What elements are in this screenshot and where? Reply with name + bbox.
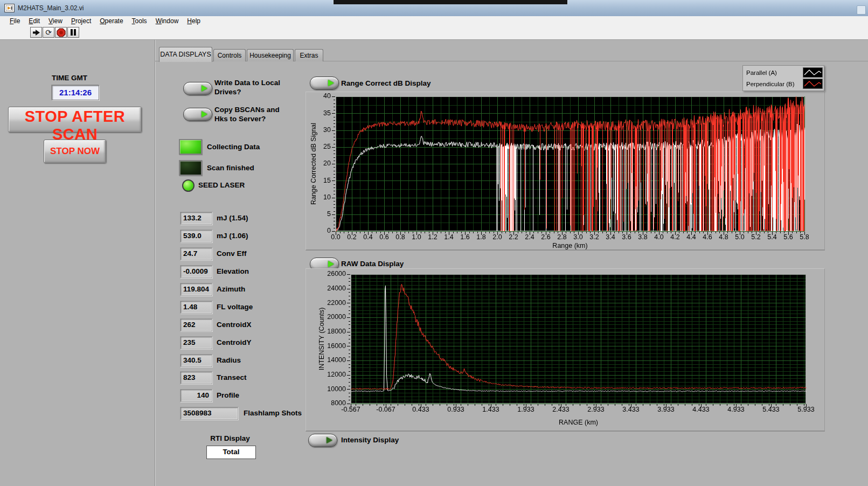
menu-operate[interactable]: Operate — [95, 16, 127, 26]
intensity-display-label: Intensity Display — [341, 436, 399, 444]
indicator-conv-eff: 24.7 — [180, 247, 212, 260]
indicator-label: FL voltage — [217, 303, 253, 311]
indicator-label: mJ (1.06) — [217, 232, 248, 240]
menu-file[interactable]: File — [5, 16, 24, 26]
indicator-radius: 340.5 — [180, 354, 212, 367]
time-gmt-label: TIME GMT — [34, 74, 105, 82]
menu-window[interactable]: Window — [151, 16, 183, 26]
toggle-arrow-icon — [202, 85, 207, 92]
background-window-button — [857, 5, 866, 15]
abort-icon[interactable] — [55, 27, 67, 38]
indicator-label: CentroidX — [217, 321, 252, 329]
rti-display-label: RTI Display — [200, 434, 260, 442]
indicator-fl-voltage: 1.48 — [180, 301, 212, 314]
indicator-flashlamp-shots: 3508983 — [180, 407, 238, 420]
background-window-strip — [333, 0, 568, 4]
range-db-graph — [305, 92, 825, 251]
menu-view[interactable]: View — [44, 16, 67, 26]
toggle-arrow-icon — [328, 261, 334, 267]
tab-controls[interactable]: Controls — [213, 49, 246, 61]
legend-line-sample-icon — [803, 79, 823, 89]
legend-label: Perpendicular (B) — [744, 81, 803, 87]
copy-bscans-label: Copy BSCANs and Hks to Server? — [214, 105, 290, 123]
run-icon[interactable] — [30, 27, 42, 38]
indicator-elevation: -0.0009 — [180, 265, 212, 278]
stop-now-button[interactable]: STOP NOW — [44, 140, 106, 163]
scan-finished-led — [179, 160, 202, 176]
range-db-display-toggle[interactable] — [310, 77, 339, 90]
intensity-display-toggle[interactable] — [308, 434, 337, 447]
collecting-data-led — [179, 139, 202, 155]
menu-help[interactable]: Help — [183, 16, 205, 26]
indicator-label: Profile — [217, 391, 239, 399]
toggle-arrow-icon — [327, 437, 332, 443]
rti-display-select[interactable]: Total — [206, 446, 256, 459]
indicator-transect: 823 — [180, 371, 212, 384]
panel-divider — [155, 40, 155, 486]
indicator-label: Radius — [217, 356, 241, 364]
legend-label: Parallel (A) — [744, 70, 803, 76]
indicator-label: CentroidY — [217, 338, 252, 346]
legend-row[interactable]: Perpendicular (B) — [744, 78, 823, 89]
write-data-label: Write Data to Local Drives? — [214, 78, 296, 96]
time-gmt-value: 21:14:26 — [59, 88, 92, 97]
range-db-display-label: Range Correct dB Display — [341, 79, 431, 87]
tab-data-displays[interactable]: DATA DISPLAYS — [159, 47, 212, 62]
menubar: FileEditViewProjectOperateToolsWindowHel… — [0, 16, 868, 26]
indicator-label: Transect — [217, 373, 247, 381]
stop-after-scan-button[interactable]: STOP AFTER SCAN — [8, 107, 142, 133]
seed-laser-led — [182, 179, 195, 192]
labview-window: M2HATS_Main_3.02.vi FileEditViewProjectO… — [0, 0, 868, 486]
write-data-toggle[interactable] — [183, 82, 212, 95]
indicator-mj-1-54-: 133.2 — [180, 212, 212, 225]
indicator-azimuth: 119.804 — [180, 283, 212, 296]
menu-project[interactable]: Project — [67, 16, 95, 26]
raw-data-display-label: RAW Data Display — [341, 260, 404, 268]
menu-edit[interactable]: Edit — [24, 16, 44, 26]
copy-bscans-toggle[interactable] — [183, 108, 212, 121]
indicator-label: Conv Eff — [217, 249, 247, 258]
indicator-profile: 140 — [180, 389, 212, 402]
titlebar[interactable]: M2HATS_Main_3.02.vi — [0, 0, 868, 17]
plot-legend[interactable]: Parallel (A)Perpendicular (B) — [742, 65, 824, 91]
toolbar: ⟳ — [0, 26, 868, 40]
collecting-data-label: Collecting Data — [207, 143, 260, 151]
raw-data-graph — [305, 268, 825, 432]
indicator-mj-1-06-: 539.0 — [180, 230, 212, 242]
indicator-label: Azimuth — [217, 285, 245, 293]
indicator-label: Flashlamp Shots — [244, 409, 302, 417]
toggle-arrow-icon — [328, 80, 334, 86]
run-continuously-icon[interactable]: ⟳ — [43, 27, 54, 38]
window-title: M2HATS_Main_3.02.vi — [18, 4, 84, 12]
indicator-label: mJ (1.54) — [217, 214, 248, 222]
front-panel: DATA DISPLAYSControlsHousekeepingExtras … — [0, 40, 868, 486]
toggle-arrow-icon — [202, 111, 207, 117]
scan-finished-label: Scan finished — [207, 164, 254, 172]
indicator-centroidx: 262 — [180, 318, 212, 331]
indicator-label: Elevation — [217, 267, 249, 275]
legend-line-sample-icon — [803, 67, 823, 78]
indicator-centroidy: 235 — [180, 336, 212, 349]
pause-icon[interactable] — [67, 27, 79, 38]
seed-laser-label: SEED LASER — [198, 181, 245, 189]
menu-tools[interactable]: Tools — [128, 16, 151, 26]
labview-app-icon — [4, 4, 15, 12]
legend-row[interactable]: Parallel (A) — [744, 67, 823, 78]
time-gmt-display: 21:14:26 — [52, 85, 99, 100]
tab-housekeeping[interactable]: Housekeeping — [247, 49, 294, 61]
rti-display-value: Total — [223, 448, 239, 456]
tab-extras[interactable]: Extras — [295, 49, 323, 61]
